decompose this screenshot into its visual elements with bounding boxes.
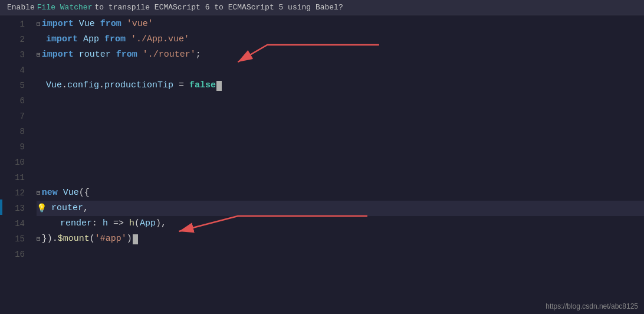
code-line-11 [37, 170, 644, 185]
space [95, 17, 100, 32]
code-line-15: ⊟ }). $mount ( '#app' ) [37, 231, 644, 247]
code-line-5: Vue . config . productionTip = false [37, 78, 644, 93]
str-app: './App.vue' [131, 32, 189, 47]
space [121, 17, 127, 32]
code-line-1: ⊟ import Vue from 'vue' [37, 17, 644, 32]
fold-icon-1[interactable]: ⊟ [37, 17, 41, 32]
banner-text-before: Enable [7, 3, 35, 12]
cursor-15 [133, 234, 138, 244]
code-line-16 [37, 247, 644, 262]
space [111, 47, 116, 63]
id-router-import: router [79, 47, 111, 63]
kw-import-1: import [42, 17, 74, 32]
code-line-8 [37, 124, 644, 139]
kw-from-3: from [116, 47, 137, 63]
str-vue: 'vue' [127, 17, 153, 32]
kw-false: false [189, 78, 216, 93]
param-h: h [103, 216, 108, 231]
code-line-13: 💡 router , [37, 201, 644, 216]
prop-render: render [60, 216, 92, 231]
method-h: h [129, 216, 134, 231]
kw-import-3: import [42, 47, 74, 63]
kw-from-1: from [100, 17, 121, 32]
space [126, 32, 131, 47]
code-line-14: render : h => h ( App ), [37, 216, 644, 231]
fold-icon-12[interactable]: ⊟ [37, 185, 41, 201]
code-line-4 [37, 63, 644, 78]
id-app-14: App [140, 216, 156, 231]
top-banner: Enable File Watcher to transpile ECMAScr… [0, 0, 644, 15]
id-router-13: router [51, 201, 83, 216]
space [74, 17, 79, 32]
code-line-2: import App from './App.vue' [37, 32, 644, 47]
space [78, 32, 83, 47]
code-line-7 [37, 109, 644, 124]
line-numbers: 1 2 3 4 5 6 7 8 9 10 11 12 13 14 15 16 [2, 15, 32, 314]
code-line-3: ⊟ import router from './router' ; [37, 47, 644, 63]
file-watcher-link[interactable]: File Watcher [37, 3, 93, 12]
code-line-10 [37, 155, 644, 170]
watermark: https://blog.csdn.net/abc8125 [546, 302, 638, 310]
lightbulb-icon[interactable]: 💡 [37, 201, 47, 216]
banner-text-after: to transpile ECMAScript 6 to ECMAScript … [94, 3, 343, 12]
cursor [216, 81, 222, 91]
id-vue-1: Vue [79, 17, 95, 32]
space [74, 47, 79, 63]
id-app: App [83, 32, 99, 47]
str-router: './router' [143, 47, 196, 63]
method-mount: $mount [58, 231, 90, 247]
code-line-6 [37, 93, 644, 109]
space [99, 32, 104, 47]
id-vue-12: Vue [63, 185, 79, 201]
code-area: 1 2 3 4 5 6 7 8 9 10 11 12 13 14 15 16 ⊟… [0, 15, 644, 314]
code-line-9 [37, 139, 644, 155]
space [137, 47, 143, 63]
prop-config: config [67, 78, 99, 93]
str-mount: '#app' [95, 231, 127, 247]
kw-from-2: from [104, 32, 126, 47]
code-editor[interactable]: ⊟ import Vue from 'vue' import App from … [32, 15, 644, 314]
fold-icon-15[interactable]: ⊟ [37, 231, 41, 247]
semicolon-3: ; [196, 47, 201, 63]
fold-icon-3[interactable]: ⊟ [37, 47, 41, 63]
prop-productiontip: productionTip [104, 78, 173, 93]
code-line-12: ⊟ new Vue ({ [37, 185, 644, 201]
id-vue-5: Vue [46, 78, 62, 93]
kw-new: new [42, 185, 58, 201]
kw-import-2: import [46, 32, 78, 47]
